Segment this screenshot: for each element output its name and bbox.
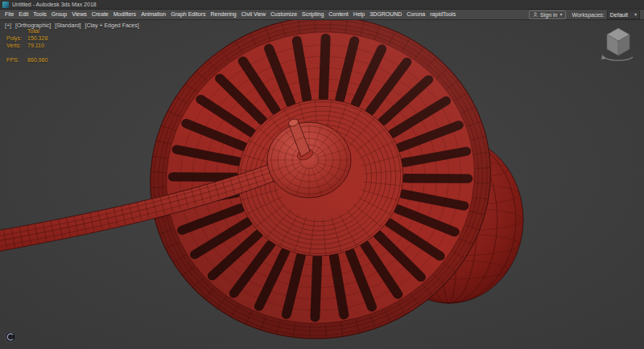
- menu-item-rapidtools[interactable]: rapidTools: [427, 10, 458, 19]
- viewport-menu-perview[interactable]: [Standard]: [55, 23, 80, 28]
- menu-item-views[interactable]: Views: [69, 10, 89, 19]
- stats-total-label: Total: [6, 27, 47, 35]
- fps-value: 860,980: [27, 56, 47, 64]
- menu-item-create[interactable]: Create: [89, 10, 111, 19]
- workspace-select[interactable]: Default ▾: [607, 10, 640, 19]
- menu-bar: FileEditToolsGroupViewsCreateModifiersAn…: [0, 10, 644, 20]
- 3dsmax-window: Untitled - Autodesk 3ds Max 2018 FileEdi…: [0, 0, 644, 349]
- workspace-value: Default: [610, 12, 628, 18]
- stats-polys-row: Polys: 150.328: [6, 35, 47, 42]
- menubar-right: Sign in ▾ Workspaces: Default ▾: [529, 10, 642, 19]
- menu-item-rendering[interactable]: Rendering: [208, 10, 238, 19]
- statistics-overlay: Total Polys: 150.328 Verts: 79.110 FPS: …: [6, 27, 47, 64]
- verts-value: 79.110: [27, 42, 44, 49]
- workspaces-label: Workspaces:: [572, 12, 604, 18]
- viewport-canvas[interactable]: [0, 20, 644, 349]
- menu-item-modifiers[interactable]: Modifiers: [111, 10, 138, 19]
- menu-item-graph-editors[interactable]: Graph Editors: [168, 10, 208, 19]
- polys-label: Polys:: [6, 35, 27, 42]
- menu-item-3dground[interactable]: 3DGROUND: [367, 10, 404, 19]
- sign-in-label: Sign in: [540, 12, 557, 18]
- menu-item-edit[interactable]: Edit: [16, 10, 31, 19]
- corner-logo: [4, 331, 17, 343]
- menu-item-tools[interactable]: Tools: [31, 10, 48, 19]
- chevron-down-icon: ▾: [559, 12, 562, 17]
- title-bar: Untitled - Autodesk 3ds Max 2018: [0, 0, 644, 10]
- chevron-down-icon: ▾: [634, 12, 637, 17]
- menu-item-scripting[interactable]: Scripting: [299, 10, 326, 19]
- sign-in-button[interactable]: Sign in ▾: [529, 10, 566, 19]
- viewcube[interactable]: [601, 25, 636, 64]
- polys-value: 150.328: [27, 35, 47, 42]
- menu-item-file[interactable]: File: [2, 10, 16, 19]
- viewport[interactable]: [+] [Orthographic] [Standard] [Clay + Ed…: [0, 20, 644, 349]
- menu-item-civil-view[interactable]: Civil View: [239, 10, 268, 19]
- viewport-menu-shading[interactable]: [Clay + Edged Faces]: [85, 23, 139, 28]
- menu-items: FileEditToolsGroupViewsCreateModifiersAn…: [2, 10, 458, 19]
- window-title: Untitled - Autodesk 3ds Max 2018: [12, 2, 97, 7]
- menu-item-animation[interactable]: Animation: [138, 10, 168, 19]
- stats-fps-row: FPS: 860,980: [6, 56, 47, 64]
- viewcube-icon: [601, 25, 636, 64]
- 3dsmax-app-icon: [2, 2, 9, 8]
- menu-item-corona[interactable]: Corona: [404, 10, 427, 19]
- workspaces-control[interactable]: Workspaces: Default ▾: [572, 10, 640, 19]
- menu-item-help[interactable]: Help: [351, 10, 367, 19]
- hub-dome-mesh: [267, 122, 351, 198]
- stats-verts-row: Verts: 79.110: [6, 42, 47, 49]
- menu-item-group[interactable]: Group: [49, 10, 69, 19]
- fps-label: FPS:: [6, 56, 27, 64]
- menu-item-content[interactable]: Content: [326, 10, 351, 19]
- menu-item-customize[interactable]: Customize: [268, 10, 299, 19]
- verts-label: Verts:: [6, 42, 27, 49]
- user-icon: [533, 12, 538, 17]
